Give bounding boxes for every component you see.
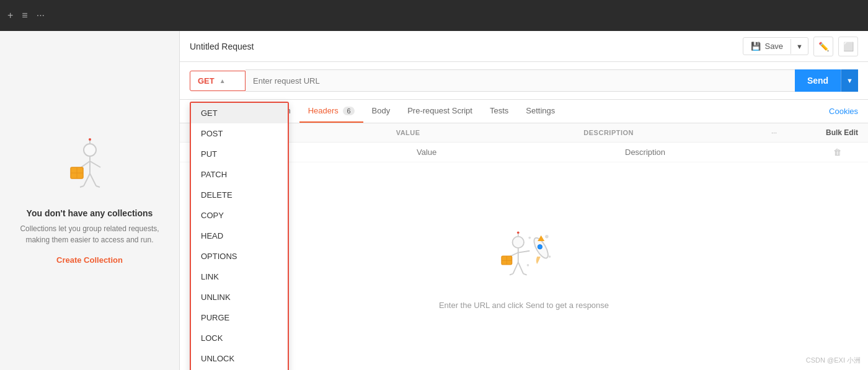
- more-header: ···: [771, 129, 796, 136]
- svg-line-9: [84, 174, 90, 186]
- copy-icon-button[interactable]: ⬜: [838, 37, 858, 56]
- svg-line-22: [513, 262, 518, 273]
- create-collection-link[interactable]: Create Collection: [56, 255, 123, 265]
- save-button-group: 💾 Save ▼: [743, 37, 808, 55]
- method-option-delete[interactable]: DELETE: [191, 185, 288, 205]
- save-dropdown-button[interactable]: ▼: [790, 39, 808, 54]
- save-button[interactable]: 💾 Save: [743, 38, 790, 55]
- tab-settings[interactable]: Settings: [517, 100, 564, 123]
- save-label: Save: [764, 42, 783, 51]
- svg-point-28: [538, 245, 542, 249]
- method-option-unlink[interactable]: UNLINK: [191, 287, 288, 307]
- filter-icon[interactable]: ≡: [22, 10, 27, 21]
- method-dropdown: GET POST PUT PATCH DELETE COPY HEAD OPTI…: [190, 102, 289, 370]
- tab-body[interactable]: Body: [363, 100, 399, 123]
- save-icon: 💾: [751, 42, 761, 51]
- empty-state-illustration: [487, 222, 561, 291]
- svg-line-11: [80, 186, 84, 187]
- value-header: VALUE: [396, 129, 584, 136]
- tab-tests[interactable]: Tests: [481, 100, 517, 123]
- add-icon[interactable]: +: [7, 10, 13, 21]
- svg-line-10: [90, 174, 96, 186]
- request-header-actions: 💾 Save ▼ ✏️ ⬜: [743, 37, 858, 56]
- method-option-lock[interactable]: LOCK: [191, 328, 288, 348]
- send-button[interactable]: Send: [795, 69, 841, 92]
- svg-point-0: [84, 144, 96, 156]
- empty-state-text: Enter the URL and click Send to get a re…: [439, 301, 609, 310]
- more-icon[interactable]: ···: [37, 10, 45, 21]
- svg-point-31: [527, 264, 529, 266]
- method-option-get[interactable]: GET: [191, 103, 288, 123]
- svg-line-5: [90, 161, 100, 167]
- delete-row-icon[interactable]: 🗑: [833, 148, 858, 157]
- method-option-copy[interactable]: COPY: [191, 205, 288, 226]
- sidebar-empty-title: You don't have any collections: [27, 208, 153, 218]
- method-option-purge[interactable]: PURGE: [191, 307, 288, 328]
- watermark: CSDN @EXI 小洲: [806, 356, 861, 365]
- url-input[interactable]: [246, 69, 795, 92]
- svg-line-12: [96, 186, 100, 187]
- edit-icon-button[interactable]: ✏️: [813, 37, 833, 56]
- sidebar: You don't have any collections Collectio…: [0, 31, 180, 370]
- tab-headers[interactable]: Headers 6: [299, 100, 363, 123]
- request-header: Untitled Request 💾 Save ▼ ✏️ ⬜: [180, 31, 868, 62]
- sidebar-illustration: [56, 136, 124, 198]
- method-label: GET: [198, 76, 215, 86]
- cookies-link[interactable]: Cookies: [829, 107, 858, 116]
- method-option-post[interactable]: POST: [191, 123, 288, 144]
- svg-point-2: [89, 138, 91, 141]
- request-title: Untitled Request: [190, 42, 254, 51]
- top-bar-actions: + ≡ ···: [7, 10, 45, 21]
- method-option-patch[interactable]: PATCH: [191, 164, 288, 185]
- svg-point-30: [549, 255, 551, 258]
- method-chevron-icon: ▲: [219, 77, 226, 84]
- svg-line-18: [518, 251, 529, 253]
- description-input[interactable]: [625, 148, 833, 157]
- method-option-head[interactable]: HEAD: [191, 226, 288, 246]
- description-header: DESCRIPTION: [583, 129, 771, 136]
- method-option-options[interactable]: OPTIONS: [191, 246, 288, 266]
- sidebar-description: Collections let you group related reques…: [12, 223, 167, 245]
- top-bar: + ≡ ···: [0, 0, 868, 31]
- svg-point-32: [545, 235, 549, 239]
- svg-point-15: [517, 231, 520, 234]
- svg-point-29: [528, 237, 531, 239]
- main-layout: You don't have any collections Collectio…: [0, 31, 868, 370]
- method-option-link[interactable]: LINK: [191, 266, 288, 287]
- headers-badge: 6: [343, 107, 354, 115]
- svg-line-24: [510, 274, 513, 275]
- bulk-edit-label[interactable]: Bulk Edit: [796, 128, 858, 137]
- tab-pre-request[interactable]: Pre-request Script: [399, 100, 481, 123]
- method-option-unlock[interactable]: UNLOCK: [191, 348, 288, 369]
- request-row: GET ▲ GET POST PUT PATCH DELETE COPY HEA…: [180, 62, 868, 100]
- svg-line-25: [523, 274, 527, 275]
- content-area: Untitled Request 💾 Save ▼ ✏️ ⬜ GET ▲: [180, 31, 868, 370]
- send-button-group: Send ▼: [795, 69, 858, 92]
- value-input[interactable]: [417, 148, 625, 157]
- method-selector[interactable]: GET ▲: [190, 71, 246, 91]
- method-option-put[interactable]: PUT: [191, 144, 288, 164]
- svg-line-23: [518, 262, 523, 273]
- svg-point-13: [513, 237, 524, 248]
- send-dropdown-button[interactable]: ▼: [841, 69, 858, 92]
